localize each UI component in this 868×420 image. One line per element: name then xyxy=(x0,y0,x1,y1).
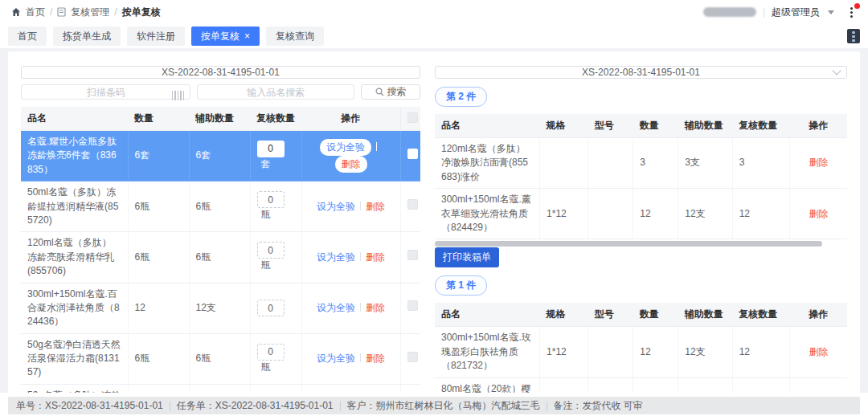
col-header-qty: 数量 xyxy=(128,107,189,131)
panel-menu-icon[interactable] xyxy=(847,29,860,43)
divider xyxy=(170,402,170,410)
set-full-check-button[interactable]: 设为全验 xyxy=(317,302,355,313)
customer-label: 客户： xyxy=(347,400,376,411)
table-row[interactable]: 120ml名蔻（多肽）净澈焕肤洁面膏(855683)涨价 3 3支 3 删除 xyxy=(435,138,847,189)
delete-button[interactable]: 删除 xyxy=(809,346,829,357)
delete-button[interactable]: 删除 xyxy=(809,208,829,219)
delete-button[interactable]: 删除 xyxy=(366,251,385,263)
model-cell xyxy=(588,189,633,239)
breadcrumb-section[interactable]: 复核管理 xyxy=(71,6,109,19)
delete-button[interactable]: 删除 xyxy=(366,353,385,364)
search-icon xyxy=(375,88,384,96)
col-header-review-qty: 复核数量 xyxy=(732,303,789,327)
product-name: 300ml+150ml名蔻.玫瑰盈彩白肤祛角质（821732） xyxy=(435,327,540,377)
barcode-icon xyxy=(172,91,185,100)
unit-label: 瓶 xyxy=(261,259,271,271)
table-row[interactable]: 80ml名蔻（20款）樱花乳木果保湿细滑手霜（854884） 1*12 12 1… xyxy=(435,377,847,393)
delete-button[interactable]: 删除 xyxy=(366,201,385,212)
qty-cell: 12 xyxy=(633,189,678,239)
divider xyxy=(360,252,361,261)
tab-review-query[interactable]: 复核查询 xyxy=(266,27,324,46)
product-name-search-input[interactable] xyxy=(197,84,354,100)
row-checkbox[interactable] xyxy=(407,149,418,159)
row-checkbox[interactable] xyxy=(407,300,418,311)
more-menu-icon[interactable] xyxy=(845,6,857,18)
breadcrumb-separator: / xyxy=(114,6,117,18)
breadcrumb-separator: / xyxy=(50,6,52,18)
qty-cell: 6套 xyxy=(128,131,189,181)
table-row[interactable]: 300ml+150ml名蔻.玫瑰盈彩白肤祛角质（821732） 1*12 12 … xyxy=(435,327,847,377)
order-select-value: XS-2022-08-31-4195-01-01 xyxy=(582,67,700,78)
qty-cell: 6瓶 xyxy=(128,232,189,283)
table-row[interactable]: 50g名蔻（多肽）冻龄饱水光感精华霜(855713) 6瓶 6瓶 瓶 设为全验删… xyxy=(21,384,420,393)
table-row[interactable]: 50ml名蔻（多肽）冻龄提拉透润精华液(855720) 6瓶 6瓶 瓶 设为全验… xyxy=(21,181,420,232)
qty-cell: 6瓶 xyxy=(128,384,189,393)
qty-cell: 12 xyxy=(633,377,678,393)
scan-barcode-input[interactable] xyxy=(21,84,190,100)
row-checkbox[interactable] xyxy=(407,352,418,362)
review-qty-cell: 12 xyxy=(732,189,789,239)
col-header-actions: 操作 xyxy=(790,303,847,327)
review-qty-input[interactable] xyxy=(257,242,285,259)
model-cell xyxy=(588,377,633,393)
row-checkbox[interactable] xyxy=(407,250,418,260)
row-checkbox[interactable] xyxy=(407,199,418,210)
print-packing-slip-button[interactable]: 打印装箱单 xyxy=(435,247,499,267)
user-role-label[interactable]: 超级管理员 xyxy=(772,6,820,19)
aux-qty-cell: 6瓶 xyxy=(189,384,250,393)
review-qty-input[interactable] xyxy=(257,191,285,208)
search-button[interactable]: 搜索 xyxy=(361,84,420,100)
set-full-check-button[interactable]: 设为全验 xyxy=(320,139,371,156)
delete-button[interactable]: 删除 xyxy=(809,157,829,168)
content-card: XS-2022-08-31-4195-01-01 搜索 品名 数量 辅助数量 复… xyxy=(8,51,860,393)
table-row[interactable]: 300ml+150ml名蔻.薰衣草细致光滑祛角质（824429） 1*12 12… xyxy=(435,189,847,239)
col-header-spec: 规格 xyxy=(540,114,588,138)
aux-qty-cell: 12支 xyxy=(189,283,250,333)
tab-label: 首页 xyxy=(18,30,37,43)
document-icon xyxy=(57,7,66,17)
product-name: 300ml+150ml名蔻.薰衣草细致光滑祛角质（824429） xyxy=(435,189,540,239)
breadcrumb: 首页 / 复核管理 / 按单复核 xyxy=(11,6,161,19)
delete-button[interactable]: 删除 xyxy=(335,156,367,173)
review-qty-input[interactable] xyxy=(257,141,285,157)
col-header-name: 品名 xyxy=(21,107,128,131)
breadcrumb-home[interactable]: 首页 xyxy=(26,6,45,19)
qty-cell: 12 xyxy=(633,327,678,377)
delete-button[interactable]: 删除 xyxy=(366,302,385,313)
tab-bar: 首页 拣货单生成 软件注册 按单复核 × 复核查询 xyxy=(0,24,868,48)
table-row[interactable]: 300ml+150ml名蔻.百合凝水润泽祛角质（824436） 12 12支 设… xyxy=(21,283,420,333)
scrollbar-thumb[interactable] xyxy=(435,241,822,247)
table-row[interactable]: 50g名蔻净白清透天然活泉保湿活力霜(813157) 6瓶 6瓶 瓶 设为全验删… xyxy=(21,333,420,384)
chevron-down-icon[interactable] xyxy=(828,10,834,14)
set-full-check-button[interactable]: 设为全验 xyxy=(317,353,355,364)
review-qty-input[interactable] xyxy=(257,300,285,316)
box-number-badge: 第 1 件 xyxy=(435,275,487,296)
tab-order-review[interactable]: 按单复核 × xyxy=(191,27,260,46)
tab-picking-list[interactable]: 拣货单生成 xyxy=(53,27,121,46)
order-select[interactable]: XS-2022-08-31-4195-01-01 xyxy=(435,66,847,79)
product-name: 50g名蔻（多肽）冻龄饱水光感精华霜(855713) xyxy=(21,384,128,393)
col-header-aux-qty: 辅助数量 xyxy=(678,114,732,138)
spec-cell: 1*12 xyxy=(540,327,588,377)
select-all-checkbox[interactable] xyxy=(407,112,418,123)
notification-dot xyxy=(854,3,860,9)
close-icon[interactable]: × xyxy=(244,31,250,41)
col-header-actions: 操作 xyxy=(301,107,400,131)
divider: | xyxy=(763,6,765,18)
set-full-check-button[interactable]: 设为全验 xyxy=(317,201,355,212)
set-full-check-button[interactable]: 设为全验 xyxy=(317,251,355,263)
tab-software-register[interactable]: 软件注册 xyxy=(127,27,185,46)
table-row[interactable]: 名蔻.耀世小金瓶多肽冻龄焕亮6件套（836835） 6套 6套 套 设为全验删除 xyxy=(21,131,420,181)
table-header-row: 品名 规格 型号 数量 辅助数量 复核数量 操作 xyxy=(435,114,847,138)
product-name: 120ml名蔻（多肽）冻龄亮肤柔滑精华乳(855706) xyxy=(21,232,128,283)
tab-home[interactable]: 首页 xyxy=(8,27,47,46)
divider xyxy=(340,402,341,410)
spec-cell: 1*12 xyxy=(540,377,588,393)
table-row[interactable]: 120ml名蔻（多肽）冻龄亮肤柔滑精华乳(855706) 6瓶 6瓶 瓶 设为全… xyxy=(21,232,420,283)
order-no-label: 单号： xyxy=(16,400,45,411)
divider xyxy=(360,353,361,362)
note-value: 发货代收 可审 xyxy=(583,400,643,411)
unit-label: 套 xyxy=(261,158,271,169)
table-header-row: 品名 数量 辅助数量 复核数量 操作 xyxy=(21,107,420,131)
review-qty-input[interactable] xyxy=(257,344,285,361)
